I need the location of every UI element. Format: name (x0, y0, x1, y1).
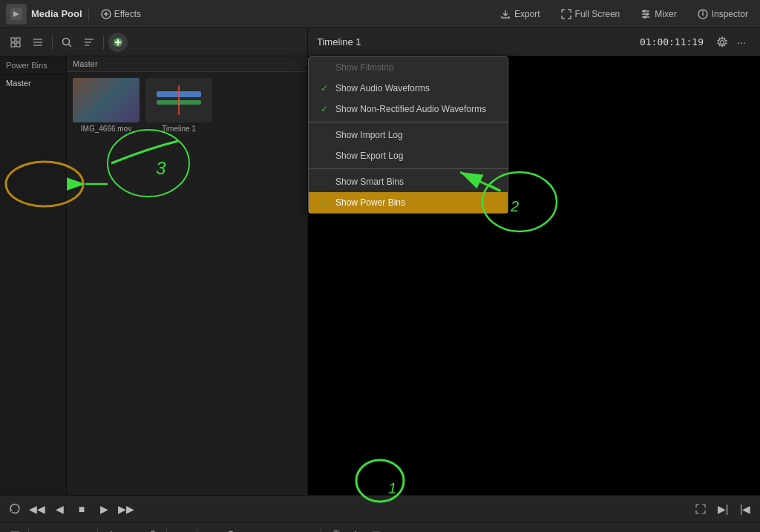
toolbar-sep-2 (103, 35, 104, 50)
app-logo (6, 4, 27, 24)
select-tool-btn[interactable]: ▲ (33, 527, 51, 533)
fullscreen-preview-icon (695, 504, 706, 514)
dropdown-filmstrip-label: Show Filmstrip (335, 62, 394, 73)
svg-point-5 (643, 10, 646, 13)
dropdown-show-audio-waveforms[interactable]: ✓ Show Audio Waveforms (309, 78, 508, 99)
dropdown-show-import-log[interactable]: Show Import Log (309, 125, 508, 145)
dropdown-show-export-log[interactable]: Show Export Log (309, 145, 508, 166)
next-frame-btn[interactable]: ▶▶ (117, 500, 135, 518)
search-icon (62, 37, 72, 47)
dropdown-import-log-label: Show Import Log (335, 130, 403, 140)
svg-point-30 (721, 40, 724, 44)
dropdown-show-power-bins[interactable]: ✓ Show Power Bins (309, 192, 508, 213)
blade-tool-btn[interactable]: ✂ (75, 527, 93, 533)
tl-sep-4 (197, 529, 197, 533)
mixer-icon (641, 9, 651, 19)
export-btn[interactable]: Export (494, 6, 546, 22)
effects-icon (101, 9, 111, 19)
fullscreen-preview-btn[interactable] (692, 500, 710, 518)
lock-btn[interactable] (144, 527, 162, 533)
timeline-toolbar: ▲ ✂ − + 🔊 (0, 522, 760, 532)
stop-btn[interactable]: ■ (73, 500, 91, 518)
preview-settings-btn[interactable] (712, 33, 732, 52)
context-dropdown: Show Filmstrip ✓ Show Audio Waveforms ✓ … (308, 56, 508, 214)
master-bin-header: Master (67, 56, 307, 72)
add-icon (113, 37, 123, 47)
audio-level-btn[interactable]: 🔊 (326, 527, 344, 533)
left-panel-body: Power Bins Master Master IMG_4666.mov (0, 56, 307, 495)
sidebar-master-item[interactable]: Master (0, 75, 66, 91)
fullscreen-label: Full Screen (575, 9, 620, 19)
top-bar-right: Export Full Screen Mixer Inspector (494, 6, 754, 22)
zoom-fit-btn[interactable] (202, 527, 220, 533)
list-icon (33, 37, 43, 47)
timeline-area: ◀◀ ◀ ■ ▶ ▶▶ ▶| |◀ ▲ ✂ (0, 495, 760, 532)
top-bar-left: Media Pool Effects (6, 4, 147, 24)
tl-sep-2 (97, 529, 98, 533)
tl-menu-btn[interactable]: ☰ (367, 527, 385, 533)
search-btn[interactable] (57, 33, 76, 52)
media-grid: IMG_4666.mov Timeline 1 (67, 72, 307, 495)
mixer-btn[interactable]: Mixer (635, 6, 682, 22)
effects-label: Effects (114, 9, 141, 19)
svg-point-10 (702, 10, 704, 12)
tl-sep-5 (321, 529, 321, 533)
trim-tool-btn[interactable] (54, 527, 72, 533)
power-bins-label: Power Bins (0, 56, 66, 75)
play-btn[interactable]: ▶ (95, 500, 113, 518)
link-btn[interactable] (123, 527, 141, 533)
sort-btn[interactable] (79, 33, 99, 52)
svg-point-18 (63, 38, 70, 45)
snap-btn[interactable] (102, 527, 120, 533)
dropdown-show-filmstrip[interactable]: Show Filmstrip (309, 57, 508, 78)
prev-btn[interactable]: ◀◀ (28, 500, 46, 518)
dropdown-sep-1 (309, 122, 508, 122)
grid-view-btn[interactable] (6, 33, 25, 52)
dropdown-show-smart-bins[interactable]: Show Smart Bins (309, 171, 508, 192)
top-bar: Media Pool Effects Export Full Screen Mi… (0, 0, 760, 28)
dropdown-show-non-rectified[interactable]: ✓ Show Non-Rectified Audio Waveforms (309, 99, 508, 119)
audio-meter-icon (350, 530, 361, 533)
power-bins-sidebar: Power Bins Master (0, 56, 67, 495)
transport-right: ▶| |◀ (692, 500, 754, 518)
dropdown-non-rectified-label: Show Non-Rectified Audio Waveforms (335, 104, 486, 114)
fullscreen-icon (561, 9, 571, 19)
export-label: Export (514, 9, 540, 19)
inspector-btn[interactable]: Inspector (692, 6, 754, 22)
dropdown-power-bins-label: Show Power Bins (335, 197, 405, 208)
next-edit-btn[interactable]: ▶| (714, 500, 732, 518)
dropdown-smart-bins-label: Show Smart Bins (335, 177, 404, 187)
toolbar-sep-1 (52, 35, 53, 50)
svg-rect-12 (16, 38, 20, 42)
grid-icon (10, 37, 21, 47)
left-panel: Power Bins Master Master IMG_4666.mov (0, 28, 308, 495)
svg-point-7 (643, 16, 646, 19)
sort-icon (84, 37, 94, 47)
media-item-timeline1[interactable]: Timeline 1 (145, 78, 212, 133)
media-item-img4666[interactable]: IMG_4666.mov (73, 78, 140, 133)
preview-title: Timeline 1 (317, 36, 640, 47)
media-content: Master IMG_4666.mov (67, 56, 307, 495)
effects-btn[interactable]: Effects (95, 6, 147, 22)
prev-edit-btn[interactable]: |◀ (736, 500, 754, 518)
preview-more-btn[interactable]: ··· (732, 33, 751, 52)
preview-settings-icon (716, 36, 728, 48)
loop-btn[interactable] (6, 500, 24, 518)
rewind-btn[interactable]: ◀ (50, 500, 68, 518)
list-view-btn[interactable] (28, 33, 48, 52)
audio-slider-area[interactable] (347, 527, 364, 533)
preview-area: Show Filmstrip ✓ Show Audio Waveforms ✓ … (308, 56, 760, 495)
loop-icon (9, 503, 21, 515)
export-icon (500, 9, 511, 19)
fullscreen-btn[interactable]: Full Screen (555, 6, 626, 22)
add-media-btn[interactable] (108, 33, 128, 52)
power-bins-checkmark: ✓ (321, 197, 330, 208)
tl-monitor-btn[interactable] (6, 527, 24, 533)
svg-point-6 (646, 13, 649, 16)
dropdown-sep-2 (309, 168, 508, 169)
svg-rect-11 (11, 38, 15, 42)
audio-waveforms-checkmark: ✓ (321, 83, 330, 93)
svg-rect-13 (11, 43, 15, 47)
preview-header: Timeline 1 01:00:11:19 ··· (308, 28, 760, 56)
zoom-in-btn[interactable] (223, 527, 240, 533)
